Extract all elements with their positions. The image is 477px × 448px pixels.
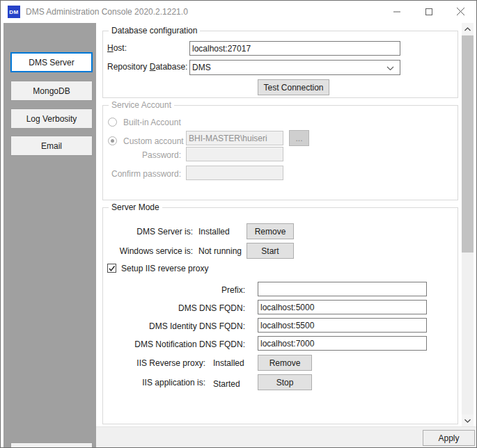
browse-account-button: ...: [289, 130, 309, 146]
windows-service-start-button[interactable]: Start: [247, 243, 294, 259]
host-label: Host:: [107, 41, 127, 55]
sidebar-item-dms-server[interactable]: DMS Server: [10, 52, 93, 72]
iis-checkbox[interactable]: [107, 264, 116, 273]
dms-notification-dns-fqdn-label: DMS Notification DNS FQDN:: [106, 337, 245, 351]
dms-server-status: Installed: [198, 225, 230, 239]
password-label: Password:: [103, 148, 181, 162]
dms-identity-dns-fqdn-input[interactable]: [258, 318, 427, 333]
iis-application-is-label: IIS application is:: [106, 376, 205, 390]
minimize-button[interactable]: [381, 1, 413, 22]
checkmark-icon: [108, 265, 116, 273]
wizard-button[interactable]: Wizard: [10, 442, 93, 448]
sidebar-item-mongodb[interactable]: MongoDB: [10, 81, 93, 101]
app-icon-text: DM: [9, 9, 18, 15]
dms-server-remove-button[interactable]: Remove: [247, 223, 294, 239]
dms-dns-fqdn-input[interactable]: [258, 300, 427, 314]
iis-checkbox-label[interactable]: Setup IIS reverse proxy: [121, 262, 208, 275]
scroll-up-icon: [464, 27, 471, 31]
apply-button[interactable]: Apply: [423, 430, 475, 446]
iis-reverse-proxy-remove-button[interactable]: Remove: [258, 355, 312, 371]
close-icon: [456, 7, 465, 16]
database-configuration-group: Database configuration Host: Repository …: [102, 31, 458, 98]
iis-reverse-proxy-label: IIS Reverse proxy:: [106, 356, 205, 370]
confirm-password-input: [186, 166, 283, 180]
minimize-icon: [393, 8, 401, 16]
confirm-password-label: Confirm password:: [103, 167, 181, 181]
iis-application-status: Started: [213, 377, 240, 391]
sidebar-item-email[interactable]: Email: [10, 136, 93, 156]
close-button[interactable]: [444, 1, 476, 22]
host-input[interactable]: [189, 41, 400, 56]
builtin-account-radio: [108, 118, 117, 127]
password-input: [186, 147, 283, 161]
dms-dns-fqdn-label: DMS DNS FQDN:: [106, 301, 245, 315]
iis-application-stop-button[interactable]: Stop: [258, 374, 312, 390]
repository-database-value: DMS: [192, 63, 211, 72]
service-account-group-label: Service Account: [109, 100, 174, 111]
builtin-account-label: Built-in Account: [123, 115, 181, 129]
iis-reverse-proxy-status: Installed: [213, 356, 244, 370]
maximize-button[interactable]: [413, 1, 445, 22]
scroll-down-icon: [464, 419, 471, 423]
sidebar: DMS Server MongoDB Log Verbosity Email W…: [3, 23, 96, 447]
custom-account-label: Custom account: [123, 134, 184, 148]
footer-bar: [96, 426, 476, 447]
chevron-down-icon: [386, 66, 394, 71]
app-window: DM DMS Administration Console 2020.2.122…: [0, 0, 477, 448]
titlebar[interactable]: DM DMS Administration Console 2020.2.122…: [1, 1, 476, 23]
vertical-scrollbar[interactable]: [462, 23, 474, 426]
prefix-input[interactable]: [258, 282, 427, 296]
repository-database-label: Repository Database:: [107, 60, 187, 74]
prefix-label: Prefix:: [106, 283, 245, 297]
maximize-icon: [425, 8, 433, 16]
test-connection-button[interactable]: Test Connection: [258, 79, 329, 95]
server-mode-group-label: Server Mode: [109, 202, 162, 213]
windows-service-status: Not running: [198, 244, 242, 258]
database-configuration-group-label: Database configuration: [109, 26, 200, 36]
sidebar-item-log-verbosity[interactable]: Log Verbosity: [10, 109, 93, 129]
repository-database-select[interactable]: DMS: [189, 60, 400, 75]
custom-account-input: [186, 131, 283, 145]
window-title: DMS Administration Console 2020.2.1221.0: [26, 1, 188, 23]
service-account-group: Service Account Built-in Account Custom …: [102, 105, 458, 200]
scroll-up-button[interactable]: [462, 23, 474, 35]
scroll-down-button[interactable]: [462, 415, 474, 426]
radio-dot-icon: [111, 139, 114, 143]
app-icon: DM: [8, 6, 20, 18]
windows-service-is-label: Windows service is:: [106, 244, 193, 258]
server-mode-group: Server Mode DMS Server is: Installed Rem…: [102, 207, 458, 424]
dms-notification-dns-fqdn-input[interactable]: [258, 336, 427, 351]
scrollbar-thumb[interactable]: [462, 35, 474, 253]
custom-account-radio: [108, 136, 117, 145]
dms-identity-dns-fqdn-label: DMS Identity DNS FQDN:: [106, 319, 245, 333]
dms-server-is-label: DMS Server is:: [106, 225, 193, 239]
